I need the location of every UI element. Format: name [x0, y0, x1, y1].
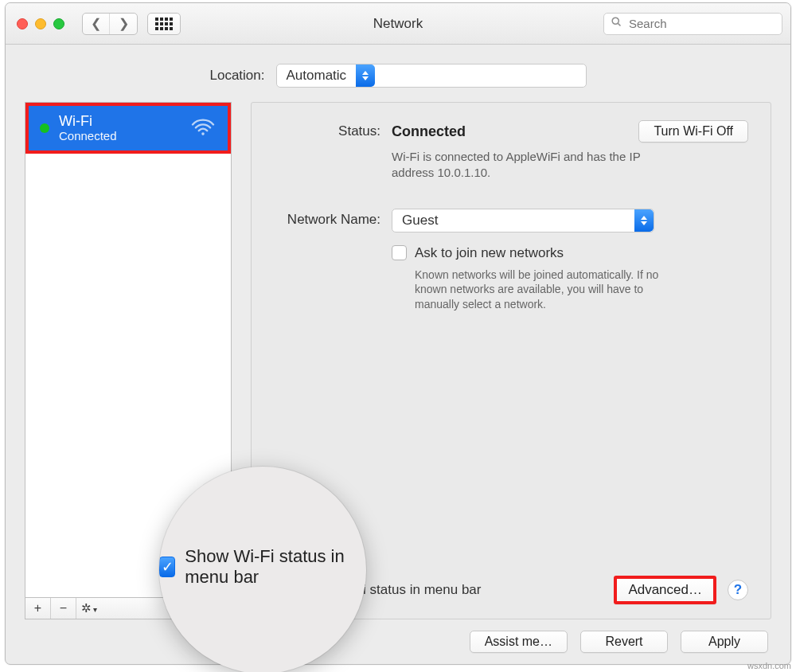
network-name-row: Network Name: Guest: [274, 209, 748, 232]
svg-point-2: [201, 132, 205, 135]
remove-service-button[interactable]: −: [51, 598, 76, 619]
chevron-right-icon: ❯: [119, 16, 129, 31]
network-preferences-window: ❮ ❯ Network Location: Automatic: [5, 2, 791, 665]
location-select[interactable]: Automatic: [276, 64, 587, 88]
service-list[interactable]: Wi-Fi Connected: [25, 102, 232, 597]
service-actions-button[interactable]: ✲▾: [76, 598, 102, 619]
ask-join-help: Known networks will be joined automatica…: [392, 268, 662, 313]
location-label: Location:: [210, 68, 265, 84]
location-value: Automatic: [277, 68, 357, 84]
help-button[interactable]: ?: [728, 580, 748, 600]
status-dot-icon: [40, 123, 49, 133]
revert-button[interactable]: Revert: [580, 631, 668, 653]
service-name: Wi-Fi: [59, 114, 180, 130]
select-stepper-icon: [356, 64, 375, 87]
zoom-window-button[interactable]: [53, 18, 64, 29]
close-window-button[interactable]: [17, 18, 28, 29]
show-status-label: Show Wi-Fi status in menu bar: [297, 582, 481, 598]
network-name-value: Guest: [392, 213, 447, 229]
network-name-select[interactable]: Guest: [392, 209, 654, 232]
watermark: wsxdn.com: [747, 661, 791, 670]
ask-join-checkbox[interactable]: Ask to join new networks: [392, 245, 748, 261]
ask-join-label: Ask to join new networks: [415, 245, 564, 261]
minimize-window-button[interactable]: [35, 18, 46, 29]
detail-panel: Status: Connected Turn Wi-Fi Off Wi-Fi i…: [251, 102, 771, 619]
toolbar-nav: ❮ ❯: [82, 13, 181, 35]
location-row: Location: Automatic: [6, 45, 790, 102]
search-icon: [611, 16, 622, 31]
service-list-footer: + − ✲▾: [25, 597, 232, 619]
turn-wifi-off-button[interactable]: Turn Wi-Fi Off: [638, 120, 748, 143]
select-stepper-icon: [634, 209, 654, 232]
svg-point-0: [612, 18, 618, 24]
show-all-button[interactable]: [147, 13, 181, 35]
service-sidebar: Wi-Fi Connected + −: [25, 102, 232, 619]
main-area: Wi-Fi Connected + −: [6, 102, 790, 631]
ask-join-row: Ask to join new networks Known networks …: [274, 245, 748, 313]
wifi-icon: [189, 116, 217, 140]
apply-button[interactable]: Apply: [681, 631, 768, 653]
search-input[interactable]: [627, 16, 775, 31]
detail-bottom-row: ✓ Show Wi-Fi status in menu bar Advanced…: [274, 560, 748, 604]
status-description: Wi-Fi is connected to AppleWiFi and has …: [392, 149, 675, 182]
back-button[interactable]: ❮: [83, 14, 110, 34]
chevron-left-icon: ❮: [91, 16, 101, 31]
service-status: Connected: [59, 129, 180, 143]
service-item-wifi[interactable]: Wi-Fi Connected: [25, 103, 231, 154]
checkbox-unchecked-icon: [392, 245, 407, 260]
plus-icon: +: [34, 601, 41, 615]
network-name-label: Network Name:: [274, 209, 392, 228]
status-label: Status:: [274, 120, 392, 139]
window-controls: [6, 18, 64, 29]
assist-me-button[interactable]: Assist me…: [470, 631, 568, 653]
advanced-button[interactable]: Advanced…: [614, 576, 716, 604]
service-text: Wi-Fi Connected: [59, 114, 180, 143]
status-row: Status: Connected Turn Wi-Fi Off Wi-Fi i…: [274, 120, 748, 182]
gear-icon: ✲▾: [81, 601, 97, 615]
status-value: Connected: [392, 123, 466, 140]
minus-icon: −: [60, 601, 67, 615]
footer-buttons: Assist me… Revert Apply: [6, 631, 790, 664]
forward-button[interactable]: ❯: [110, 14, 137, 34]
grid-icon: [155, 18, 173, 30]
back-forward-buttons[interactable]: ❮ ❯: [82, 13, 138, 35]
help-icon: ?: [734, 582, 742, 598]
title-bar: ❮ ❯ Network: [6, 3, 790, 45]
search-field-wrap[interactable]: [603, 13, 782, 35]
add-service-button[interactable]: +: [25, 598, 51, 619]
svg-line-1: [618, 23, 620, 25]
checkbox-checked-icon: ✓: [274, 583, 289, 598]
show-status-checkbox[interactable]: ✓ Show Wi-Fi status in menu bar: [274, 582, 481, 598]
